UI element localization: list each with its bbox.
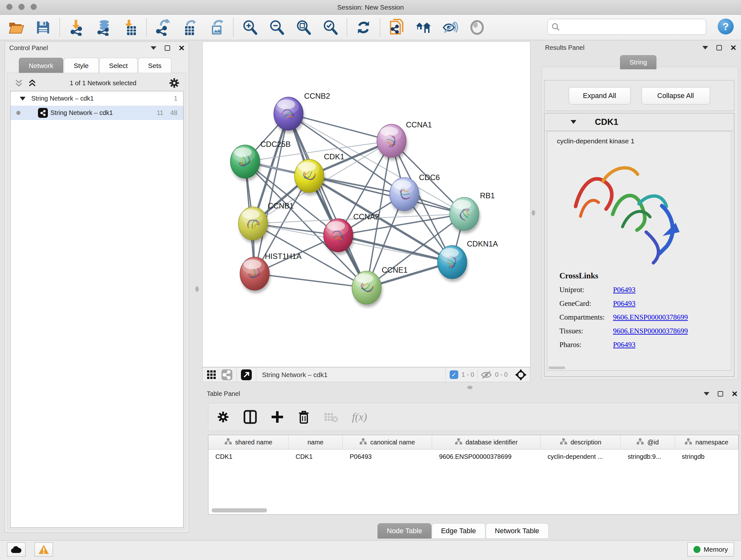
edge-CCNB2-HIST1H1A[interactable] xyxy=(255,114,288,273)
edge-CCNB2-CCNE1[interactable] xyxy=(288,114,367,288)
crosslink-link[interactable]: 9606.ENSP00000378699 xyxy=(613,313,688,321)
maximize-window-button[interactable] xyxy=(30,4,37,10)
node-CDKN1A[interactable] xyxy=(437,246,468,282)
entry-collapse-icon[interactable] xyxy=(570,120,576,124)
export-image-icon[interactable] xyxy=(209,19,225,36)
table-gear-icon[interactable] xyxy=(217,411,229,423)
node-CCNA1[interactable] xyxy=(377,124,407,160)
table-cell[interactable]: P06493 xyxy=(343,449,432,463)
node-CCNA2[interactable] xyxy=(324,219,354,255)
tab-string[interactable]: String xyxy=(620,55,657,69)
zoom-in-icon[interactable] xyxy=(242,19,258,36)
warning-button[interactable] xyxy=(35,543,53,557)
crosslink-link[interactable]: P06493 xyxy=(613,300,635,308)
table-panel-float-icon[interactable] xyxy=(718,391,723,396)
close-window-button[interactable] xyxy=(6,4,12,10)
zoom-fit-icon[interactable] xyxy=(295,19,312,36)
table-cell[interactable]: stringdb:9... xyxy=(621,449,675,463)
table-horizontal-scrollbar[interactable] xyxy=(212,508,267,512)
column-header-namespace[interactable]: namespace xyxy=(675,435,738,449)
network-share-view-icon[interactable] xyxy=(221,369,232,381)
tab-style[interactable]: Style xyxy=(64,58,98,73)
cdk1-entry-header[interactable]: CDK1 xyxy=(544,113,734,131)
selected-nodes-checkbox[interactable]: ✓ xyxy=(450,370,458,379)
table-cell[interactable]: stringdb xyxy=(675,449,738,463)
column-header-sharedname[interactable]: shared name xyxy=(208,435,288,449)
crosslink-link[interactable]: P06493 xyxy=(613,341,635,349)
node-CCNB1[interactable] xyxy=(239,207,269,243)
edge-CCNA2-CDKN1A[interactable] xyxy=(338,235,452,262)
network-options-gear-icon[interactable] xyxy=(169,77,180,89)
collection-expand-icon[interactable] xyxy=(20,97,25,101)
expand-all-button[interactable]: Expand All xyxy=(569,87,630,105)
zoom-selected-icon[interactable] xyxy=(322,19,338,36)
column-header-canonicalname[interactable]: canonical name xyxy=(343,435,432,449)
crosslink-link[interactable]: 9606.ENSP00000378699 xyxy=(613,327,688,335)
grid-view-icon[interactable] xyxy=(206,370,217,380)
control-panel-close-icon[interactable]: ✕ xyxy=(179,45,185,51)
node-CCNE1[interactable] xyxy=(352,271,382,307)
hidden-eye-slash-icon[interactable] xyxy=(481,370,492,379)
string-home-icon[interactable] xyxy=(415,19,431,36)
cloud-button[interactable] xyxy=(7,543,25,557)
table-cell[interactable]: 9606.ENSP00000378699 xyxy=(432,449,541,463)
node-HIST1H1A[interactable] xyxy=(240,257,270,293)
column-header-id[interactable]: @id xyxy=(621,435,675,449)
left-splitter-handle[interactable] xyxy=(195,287,199,292)
table-row[interactable]: CDK1CDK1P064939606.ENSP00000378699cyclin… xyxy=(208,449,738,463)
right-splitter-handle[interactable] xyxy=(532,210,535,215)
node-CDC25B[interactable] xyxy=(230,145,261,181)
tab-edge-table[interactable]: Edge Table xyxy=(432,523,485,539)
results-horizontal-scrollbar[interactable] xyxy=(549,367,565,369)
search-input[interactable] xyxy=(562,23,706,30)
crosslink-link[interactable]: P06493 xyxy=(613,286,635,294)
network-collection-row[interactable]: String Network – cdk1 1 xyxy=(10,91,183,106)
show-columns-icon[interactable] xyxy=(244,410,257,424)
control-panel-float-icon[interactable] xyxy=(165,45,170,51)
birdseye-navigator-icon[interactable] xyxy=(515,368,527,381)
network-row-selected[interactable]: String Network – cdk1 11 48 xyxy=(10,106,183,120)
expand-all-chevron-icon[interactable] xyxy=(13,78,24,88)
memory-button[interactable]: Memory xyxy=(687,543,734,557)
table-panel-close-icon[interactable]: ✕ xyxy=(731,391,738,396)
collapse-all-chevron-icon[interactable] xyxy=(27,78,38,88)
import-database-icon[interactable] xyxy=(95,19,111,36)
open-session-icon[interactable] xyxy=(8,19,24,36)
tab-sets[interactable]: Sets xyxy=(138,58,172,73)
table-cell[interactable]: cyclin-dependent ... xyxy=(541,449,621,463)
column-header-description[interactable]: description xyxy=(541,435,621,449)
table-panel-menu-icon[interactable] xyxy=(704,392,710,395)
node-CDK1[interactable] xyxy=(294,159,325,195)
refresh-icon[interactable] xyxy=(355,19,372,36)
tab-select[interactable]: Select xyxy=(99,58,138,73)
node-CDC6[interactable] xyxy=(390,178,420,213)
table-cell[interactable]: CDK1 xyxy=(208,449,288,463)
column-header-databaseidentifier[interactable]: database identifier xyxy=(432,435,541,449)
results-panel-close-icon[interactable]: ✕ xyxy=(730,45,737,51)
search-field[interactable] xyxy=(547,19,706,35)
import-network-icon[interactable] xyxy=(68,19,84,36)
results-panel-float-icon[interactable] xyxy=(717,45,722,51)
zoom-out-icon[interactable] xyxy=(269,19,285,36)
collapse-all-button[interactable]: Collapse All xyxy=(642,87,710,105)
export-table-icon[interactable] xyxy=(182,19,198,36)
detach-view-icon[interactable] xyxy=(241,369,252,381)
table-cell[interactable]: CDK1 xyxy=(288,449,343,463)
control-panel-menu-icon[interactable] xyxy=(151,46,156,50)
import-table-icon[interactable] xyxy=(122,19,138,36)
horizontal-splitter-handle[interactable] xyxy=(467,386,473,389)
tab-node-table[interactable]: Node Table xyxy=(378,523,431,539)
show-eye-icon[interactable] xyxy=(469,19,485,36)
column-header-name[interactable]: name xyxy=(288,435,342,449)
network-view-canvas[interactable]: CCNB2CCNA1CDC25BCDK1CDC6RB1CCNB1CCNA2CDK… xyxy=(202,42,530,367)
export-network-icon[interactable] xyxy=(155,19,171,36)
share-document-icon[interactable] xyxy=(389,19,405,36)
tab-network-table[interactable]: Network Table xyxy=(486,523,549,539)
window-controls[interactable] xyxy=(6,4,37,10)
tab-network[interactable]: Network xyxy=(19,58,63,73)
node-RB1[interactable] xyxy=(450,197,480,233)
edge-HIST1H1A-CCNE1[interactable] xyxy=(255,273,367,288)
help-icon[interactable]: ? xyxy=(718,18,734,35)
results-panel-menu-icon[interactable] xyxy=(702,46,708,50)
save-session-icon[interactable] xyxy=(35,19,51,36)
